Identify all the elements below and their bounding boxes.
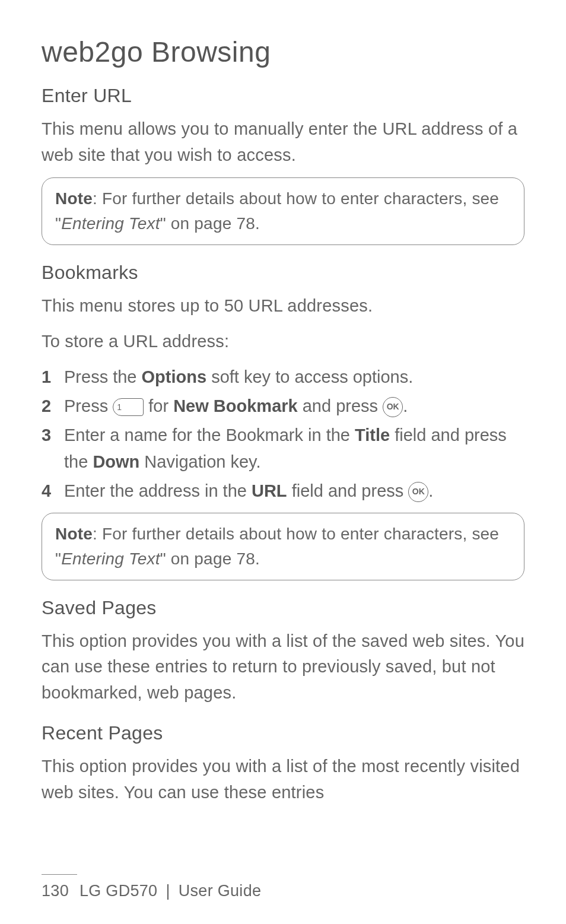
footer-text: 130LG GD570|User Guide [42,882,524,900]
note-emph: Entering Text [61,550,160,568]
step-num: 3 [42,422,51,449]
step-text: and press [298,396,383,415]
steps-list: 1 Press the Options soft key to access o… [42,364,524,504]
footer-divider [42,874,77,875]
step-text: . [403,396,408,415]
step-text: Navigation key. [139,452,260,471]
page-footer: 130LG GD570|User Guide [42,874,524,900]
heading-recent-pages: Recent Pages [42,722,524,744]
page-title: web2go Browsing [42,36,524,68]
step-num: 1 [42,364,51,390]
ok-button-icon: OK [408,482,428,502]
step-text: Enter a name for the Bookmark in the [64,426,355,444]
step-bold: Down [93,452,139,471]
ok-button-icon: OK [383,397,403,417]
note-box-bookmarks: Note: For further details about how to e… [42,513,524,580]
step-4: 4 Enter the address in the URL field and… [42,478,524,504]
step-num: 2 [42,393,51,420]
step-bold: Options [142,367,207,386]
note-label: Note [55,189,93,208]
step-text: Press [64,396,113,415]
step-bold: URL [252,481,287,500]
para-bookmarks-2: To store a URL address: [42,329,524,355]
heading-saved-pages: Saved Pages [42,597,524,619]
note-text: Note: For further details about how to e… [55,186,511,236]
step-3: 3 Enter a name for the Bookmark in the T… [42,422,524,475]
step-2: 2 Press 1 for New Bookmark and press OK. [42,393,524,420]
note-body2: " on page 78. [160,214,260,233]
step-text: field and press [287,481,409,500]
footer-separator: | [166,882,170,900]
step-text: for [144,396,173,415]
footer-model: LG GD570 [80,882,157,900]
step-1: 1 Press the Options soft key to access o… [42,364,524,390]
footer-label: User Guide [179,882,262,900]
note-label: Note [55,525,93,543]
step-text: Press the [64,367,142,386]
heading-enter-url: Enter URL [42,85,524,107]
step-text: Enter the address in the [64,481,252,500]
step-text: soft key to access options. [206,367,413,386]
para-saved-pages: This option provides you with a list of … [42,628,524,706]
para-enter-url: This menu allows you to manually enter t… [42,116,524,168]
keypad-1-icon: 1 [113,398,144,416]
step-bold: New Bookmark [173,396,298,415]
step-num: 4 [42,478,51,504]
note-text: Note: For further details about how to e… [55,522,511,571]
heading-bookmarks: Bookmarks [42,262,524,284]
note-body2: " on page 78. [160,550,260,568]
page-number: 130 [42,882,69,900]
note-emph: Entering Text [61,214,160,233]
step-text: . [428,481,433,500]
note-box-enter-url: Note: For further details about how to e… [42,177,524,245]
para-bookmarks-1: This menu stores up to 50 URL addresses. [42,293,524,319]
step-bold: Title [355,426,390,444]
para-recent-pages: This option provides you with a list of … [42,754,524,805]
